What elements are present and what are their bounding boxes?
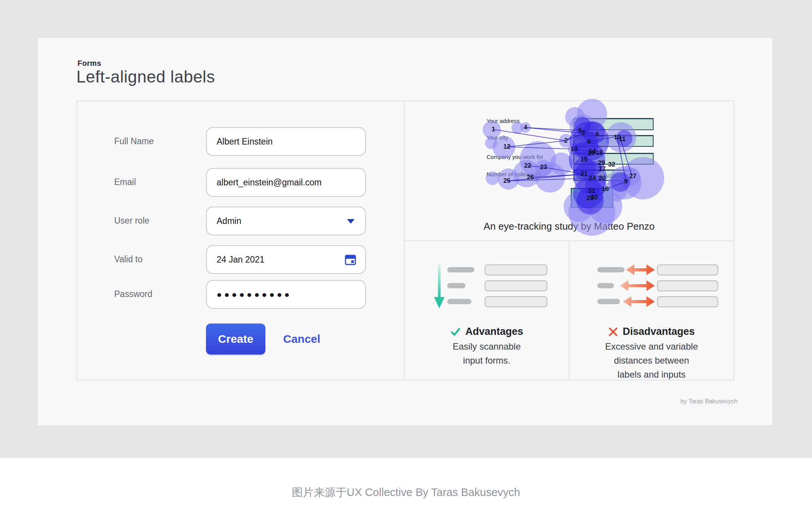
fixation-number: 22 — [524, 162, 532, 170]
eye-mock-field-1 — [573, 118, 654, 130]
full-name-value: Albert Einstein — [217, 137, 273, 147]
author-attribution: by Taras Bakusevych — [680, 398, 738, 405]
create-button[interactable]: Create — [206, 323, 265, 355]
valid-to-input[interactable]: 24 Jan 2021 — [206, 245, 366, 274]
fixation-number: 15 — [581, 156, 588, 163]
calendar-icon[interactable] — [344, 253, 357, 266]
fixation-number: 8 — [587, 138, 590, 146]
mock-label-bar — [447, 283, 465, 288]
fixation-number: 4 — [524, 124, 527, 131]
fixation-number: 11 — [619, 135, 626, 143]
chevron-down-icon[interactable] — [347, 219, 355, 224]
full-name-input[interactable]: Albert Einstein — [206, 127, 366, 156]
down-arrow-icon — [404, 241, 569, 380]
page-title: Left-aligned labels — [76, 67, 215, 86]
fixation-number: 16 — [602, 185, 609, 193]
fixation-number: 23 — [540, 163, 547, 171]
eye-study-caption: An eye-tracking study by Matteo Penzo — [404, 221, 734, 232]
mock-input-box — [485, 296, 547, 307]
fixation-number: 25 — [504, 177, 511, 185]
mock-label-bar — [447, 267, 474, 272]
fixation-number: 13 — [570, 145, 578, 153]
fixation-number: 32 — [608, 161, 615, 168]
fixation-number: 20 — [599, 174, 606, 182]
password-input[interactable]: ●●●●●●●●●● — [206, 280, 366, 309]
mock-input-box — [485, 264, 547, 275]
fixation-number: 21 — [581, 170, 588, 178]
mock-label-bar — [447, 299, 471, 304]
eye-tracking-panel: An eye-tracking study by Matteo Penzo va… — [404, 101, 734, 241]
field-label-user-role: User role — [114, 216, 149, 226]
fixation-number: 24 — [589, 174, 596, 182]
mock-input-box — [657, 280, 718, 291]
email-input[interactable]: albert_einstein@gmail.com — [206, 168, 366, 197]
mock-label-bar — [597, 267, 624, 272]
disadvantages-illustration — [569, 241, 733, 380]
mock-input-box — [657, 296, 718, 307]
eye-field-label-2: Your city — [487, 134, 508, 141]
fixation-number: 1 — [491, 126, 495, 133]
fixation-number: 27 — [629, 173, 637, 180]
fixation-number: 5 — [578, 127, 582, 134]
fixation-number: 2 — [564, 137, 567, 145]
fixation-number: 6 — [595, 131, 599, 138]
scanpath-lines — [404, 101, 734, 241]
fixation-number: 31 — [588, 187, 595, 195]
field-label-password: Password — [114, 289, 152, 299]
heatmap-blob — [535, 162, 565, 193]
content-card: Forms Left-aligned labels Create Cancel … — [38, 38, 772, 425]
field-label-full-name: Full Name — [114, 136, 154, 146]
heatmap-blob — [550, 152, 573, 175]
field-label-email: Email — [114, 177, 136, 187]
advantages-panel: Advantages Easily scannableinput forms. — [404, 241, 569, 380]
mock-input-box — [485, 280, 547, 291]
eye-field-label-1: Your address — [487, 118, 520, 124]
user-role-input[interactable]: Admin — [206, 207, 366, 235]
fixation-number: 18 — [596, 149, 603, 157]
bottom-panels: Advantages Easily scannableinput forms. … — [404, 241, 734, 380]
password-value: ●●●●●●●●●● — [217, 289, 292, 300]
advantages-illustration — [404, 241, 569, 380]
footer-caption: 图片来源于UX Collective By Taras Bakusevych — [0, 458, 812, 500]
fixation-number: 19 — [588, 149, 595, 157]
cancel-button[interactable]: Cancel — [283, 323, 320, 355]
field-label-valid-to: Valid to — [114, 254, 143, 264]
bottom-band: 图片来源于UX Collective By Taras Bakusevych — [0, 458, 812, 507]
section-kicker: Forms — [77, 59, 101, 68]
fixation-number: 12 — [504, 143, 511, 151]
valid-to-value: 24 Jan 2021 — [217, 255, 265, 265]
email-value: albert_einstein@gmail.com — [217, 177, 322, 188]
mock-label-bar — [597, 283, 614, 288]
panel-grid: Create Cancel Full NameAlbert EinsteinEm… — [77, 101, 734, 380]
fixation-number: 30 — [591, 194, 598, 201]
eye-field-label-3: Company you work for — [487, 154, 543, 160]
fixation-number: 26 — [527, 174, 534, 181]
form-panel: Create Cancel Full NameAlbert EinsteinEm… — [77, 101, 404, 380]
fixation-number: 9 — [624, 178, 628, 185]
mock-label-bar — [597, 299, 620, 304]
disadvantages-panel: Disadvantages Excessive and variabledist… — [569, 241, 734, 380]
user-role-value: Admin — [217, 216, 241, 226]
fixation-number: 29 — [598, 159, 605, 167]
double-arrow-icons — [569, 241, 733, 380]
mock-input-box — [657, 264, 718, 275]
